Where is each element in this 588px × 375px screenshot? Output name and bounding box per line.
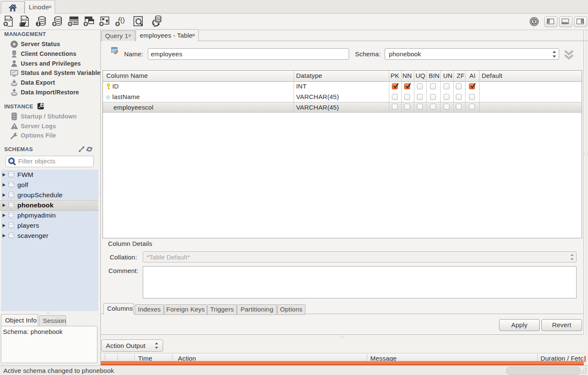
svg-text:SQL: SQL <box>22 18 29 22</box>
svg-text:(): () <box>120 17 125 24</box>
svg-text:SQL: SQL <box>6 18 13 22</box>
